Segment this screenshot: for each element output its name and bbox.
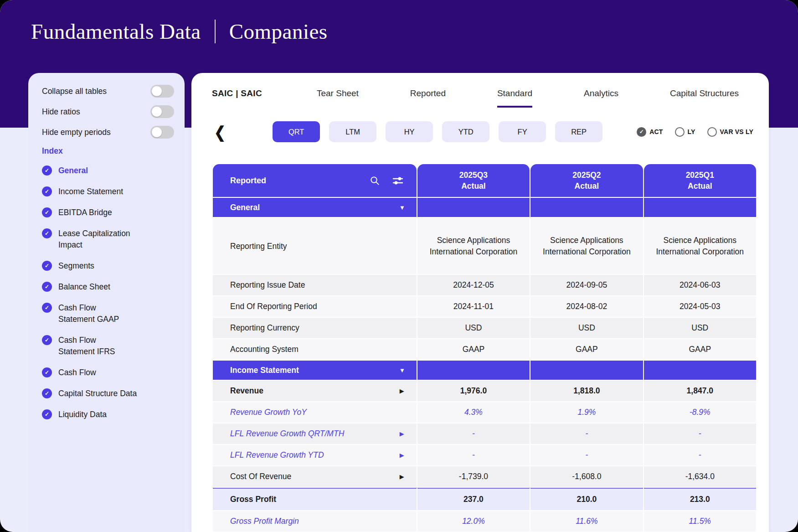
expandable-row-label[interactable]: Cost Of Revenue▶ (213, 466, 417, 487)
controls-row: ❮ QRT LTM HY YTD FY REP ✓ ACT L (212, 121, 757, 142)
row-label: LFL Revenue Growth YTD (230, 450, 400, 460)
tab-reported[interactable]: Reported (410, 88, 446, 108)
sidebar-item-label: Lease Capitalization Impact (58, 228, 130, 251)
radio-ly[interactable]: LY (675, 127, 695, 137)
period-button-ltm[interactable]: LTM (329, 121, 376, 142)
sidebar-item-lease-capitalization-impact[interactable]: ✓ Lease Capitalization Impact (42, 228, 174, 251)
radio-act[interactable]: ✓ ACT (637, 127, 663, 137)
column-type: Actual (531, 181, 642, 191)
tab-tear-sheet[interactable]: Tear Sheet (317, 88, 359, 108)
row-label: Accounting System (213, 339, 417, 360)
collapse-caret-icon: ▼ (399, 204, 405, 211)
section-header-general[interactable]: General ▼ (213, 198, 756, 217)
filter-sliders-icon[interactable] (392, 176, 404, 186)
cell-value: 2024-05-03 (644, 296, 756, 317)
check-circle-icon: ✓ (42, 388, 52, 398)
toggle-knob (152, 107, 162, 117)
cell-value: 2024-09-05 (530, 275, 643, 295)
cell-value: 1.9% (530, 402, 643, 423)
cell-value: 1,976.0 (417, 381, 530, 401)
row-label: End Of Reporting Period (213, 296, 417, 317)
cell-value: 2024-11-01 (417, 296, 530, 317)
check-circle-icon: ✓ (42, 303, 52, 313)
row-label: Gross Profit (213, 488, 417, 510)
cell-value: 4.3% (417, 402, 530, 423)
table-header-label: Reported (230, 176, 370, 186)
radio-var-vs-ly[interactable]: VAR vs LY (707, 127, 753, 137)
period-button-fy[interactable]: FY (499, 121, 546, 142)
sidebar-item-cash-flow-statement-gaap[interactable]: ✓ Cash Flow Statement GAAP (42, 302, 174, 325)
hide-empty-periods-toggle[interactable] (150, 126, 174, 139)
expand-arrow-icon: ▶ (400, 387, 404, 394)
column-header-2025q1: 2025Q1 Actual (644, 164, 756, 197)
tab-analytics[interactable]: Analytics (584, 88, 618, 108)
period-button-hy[interactable]: HY (386, 121, 433, 142)
cell-value: USD (417, 318, 530, 338)
sidebar-item-segments[interactable]: ✓ Segments (42, 260, 174, 272)
sidebar-item-label: Cash Flow (58, 367, 96, 378)
cell-value: USD (644, 318, 756, 338)
expand-arrow-icon: ▶ (400, 430, 404, 437)
check-circle-icon: ✓ (42, 367, 52, 377)
sidebar-item-cash-flow-statement-ifrs[interactable]: ✓ Cash Flow Statement IFRS (42, 335, 174, 357)
cell-value: USD (530, 318, 643, 338)
tab-standard[interactable]: Standard (497, 88, 532, 108)
toggle-row-hide-ratios: Hide ratios (42, 105, 174, 118)
back-chevron-icon[interactable]: ❮ (214, 123, 226, 141)
cell-value: Science Applications International Corpo… (644, 218, 756, 274)
cell-value: - (417, 445, 530, 465)
row-label: Gross Profit Margin (213, 511, 417, 532)
section-title: General (230, 203, 399, 212)
sidebar-item-liquidity-data[interactable]: ✓ Liquidity Data (42, 409, 174, 420)
column-header-2025q3: 2025Q3 Actual (417, 164, 530, 197)
radio-label: ACT (649, 128, 663, 135)
expandable-row-label[interactable]: LFL Revenue Growth QRT/MTH▶ (213, 424, 417, 444)
column-period: 2025Q2 (531, 170, 642, 181)
sidebar-item-capital-structure-data[interactable]: ✓ Capital Structure Data (42, 388, 174, 399)
hide-ratios-toggle[interactable] (150, 105, 174, 118)
search-icon[interactable] (370, 176, 380, 186)
cell-value: Science Applications International Corpo… (530, 218, 643, 274)
check-circle-icon: ✓ (42, 261, 52, 271)
table-row-gross-profit: Gross Profit 237.0 210.0 213.0 (213, 488, 756, 510)
expandable-row-label[interactable]: LFL Revenue Growth YTD▶ (213, 445, 417, 465)
sidebar-item-label: EBITDA Bridge (58, 207, 112, 218)
period-button-qrt[interactable]: QRT (273, 121, 320, 142)
cell-value: 2024-06-03 (644, 275, 756, 295)
cell-value: - (417, 424, 530, 444)
section-header-income-statement[interactable]: Income Statement ▼ (213, 361, 756, 380)
cell-value: 210.0 (530, 488, 643, 510)
main-panel: SAIC | SAIC Tear Sheet Reported Standard… (191, 73, 769, 532)
sidebar-item-label: Cash Flow Statement GAAP (58, 302, 119, 325)
table-row-gross-profit-margin: Gross Profit Margin 12.0% 11.6% 11.5% (213, 511, 756, 532)
sidebar-item-balance-sheet[interactable]: ✓ Balance Sheet (42, 281, 174, 293)
cell-value: 2024-12-05 (417, 275, 530, 295)
row-label: LFL Revenue Growth QRT/MTH (230, 429, 400, 439)
tab-capital-structures[interactable]: Capital Structures (670, 88, 739, 108)
cell-value: -8.9% (644, 402, 756, 423)
sidebar-item-cash-flow[interactable]: ✓ Cash Flow (42, 367, 174, 378)
table-row-reporting-entity: Reporting Entity Science Applications In… (213, 218, 756, 274)
cell-value: - (644, 424, 756, 444)
collapse-caret-icon: ▼ (399, 367, 405, 374)
sidebar-item-ebitda-bridge[interactable]: ✓ EBITDA Bridge (42, 207, 174, 218)
cell-value: -1,634.0 (644, 466, 756, 487)
period-button-rep[interactable]: REP (555, 121, 602, 142)
collapse-all-tables-toggle[interactable] (150, 85, 174, 98)
sidebar-item-income-statement[interactable]: ✓ Income Statement (42, 186, 174, 197)
expand-arrow-icon: ▶ (400, 452, 404, 459)
column-period: 2025Q1 (644, 170, 756, 181)
check-circle-icon: ✓ (42, 409, 52, 419)
sidebar-item-general[interactable]: ✓ General (42, 165, 174, 176)
cell-value: GAAP (530, 339, 643, 360)
period-button-ytd[interactable]: YTD (442, 121, 489, 142)
row-label: Reporting Issue Date (213, 275, 417, 295)
column-period: 2025Q3 (418, 170, 529, 181)
expandable-row-label[interactable]: Revenue▶ (213, 381, 417, 401)
table-row-reporting-issue-date: Reporting Issue Date 2024-12-05 2024-09-… (213, 275, 756, 295)
cell-value: - (644, 445, 756, 465)
check-circle-icon: ✓ (42, 335, 52, 345)
toggle-knob (152, 86, 162, 96)
toggle-row-hide-empty-periods: Hide empty periods (42, 126, 174, 139)
check-circle-icon: ✓ (42, 207, 52, 217)
